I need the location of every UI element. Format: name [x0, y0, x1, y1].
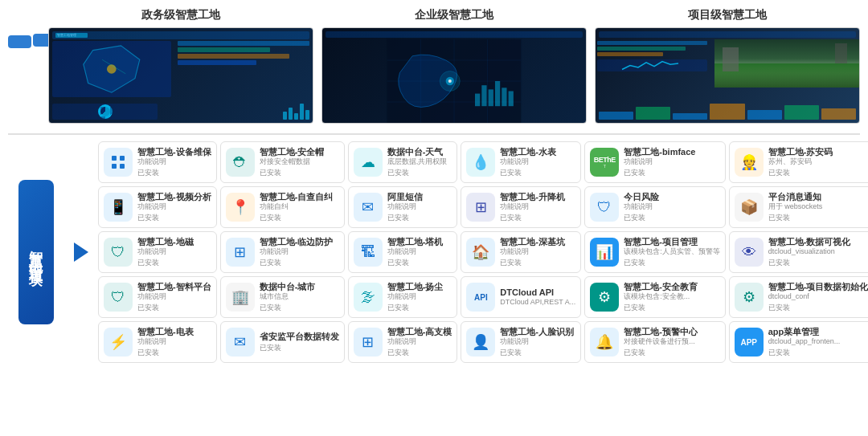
module-icon: ✉	[354, 193, 383, 222]
module-desc: 该模块包含:人员实管、预警等	[624, 247, 720, 257]
module-info: 智慧工地-项目数据初始化dtcloud_conf已安装	[768, 281, 868, 313]
module-info: 智慧工地-预警中心对接硬件设备进行预...已安装	[624, 326, 720, 358]
module-icon: 🛡	[104, 283, 133, 312]
module-status: 已安装	[624, 258, 720, 268]
project-panel-column: 项目级智慧工地	[595, 8, 860, 124]
module-column-4: BEThET智慧工地-bimface功能说明已安装🛡今日风险功能说明已安装📊智慧…	[584, 141, 726, 363]
module-icon	[104, 148, 133, 177]
module-icon: 👷	[735, 148, 764, 177]
module-card[interactable]: ⚡智慧工地-电表功能说明已安装	[98, 321, 217, 363]
module-card[interactable]: ⊞智慧工地-升降机功能说明已安装	[461, 186, 581, 228]
module-card[interactable]: 🌫智慧工地-扬尘功能说明已安装	[348, 276, 458, 318]
module-info: 智慧工地-人脸识别功能说明已安装	[500, 326, 575, 358]
module-card[interactable]: 🛡智慧工地-地磁功能说明已安装	[98, 231, 217, 273]
bottom-section: 智慧工地中台模块 智慧工地-设备维保功能说明已安装📱智慧工地-视频分析功能说明已…	[8, 141, 860, 363]
module-name: 智慧工地-安全教育	[624, 281, 720, 292]
module-info: 阿里短信功能说明已安装	[387, 191, 452, 223]
arrow-container	[74, 141, 88, 363]
module-card[interactable]: ⊞智慧工地-高支模功能说明已安装	[348, 321, 458, 363]
module-desc: 对接硬件设备进行预...	[624, 337, 720, 347]
module-status: 已安装	[260, 258, 339, 268]
module-card[interactable]: APIDTCloud APIDTCloud API,REST A...	[461, 276, 581, 318]
module-card[interactable]: 📦平台消息通知用于 websockets已安装	[729, 186, 868, 228]
module-desc: 功能说明	[137, 157, 211, 167]
module-icon: 👁	[735, 238, 764, 267]
module-card[interactable]: ☁数据中台-天气底层数据,共用权限已安装	[348, 141, 458, 183]
top-section: 应用 前端 政务级智慧工地 智慧工地管理	[8, 8, 860, 124]
frontend-label: 前端	[8, 35, 31, 48]
svg-rect-19	[112, 156, 117, 161]
module-icon: 🏢	[226, 283, 255, 312]
module-status: 已安装	[768, 348, 868, 358]
module-card[interactable]: 🏠智慧工地-深基坑功能说明已安装	[461, 231, 581, 273]
module-icon: 👤	[466, 328, 495, 357]
module-status: 已安装	[500, 258, 575, 268]
module-status: 已安装	[137, 258, 211, 268]
module-icon: 📊	[590, 238, 619, 267]
svg-rect-21	[112, 164, 117, 169]
module-status: 已安装	[260, 343, 339, 353]
module-card[interactable]: BEThET智慧工地-bimface功能说明已安装	[584, 141, 726, 183]
module-icon: ⛑	[226, 148, 255, 177]
module-status: 已安装	[768, 168, 868, 178]
project-panel-title: 项目级智慧工地	[688, 8, 767, 22]
module-info: 智慧工地-自查自纠功能自纠已安装	[260, 191, 339, 223]
module-name: 智慧工地-安全帽	[260, 146, 339, 157]
svg-rect-18	[509, 91, 514, 106]
top-panels: 政务级智慧工地 智慧工地管理	[48, 8, 860, 124]
module-card[interactable]: 🛡智慧工地-智料平台功能说明已安装	[98, 276, 217, 318]
module-icon: 🌫	[354, 283, 383, 312]
module-status: 已安装	[387, 303, 452, 313]
module-card[interactable]: ⚙智慧工地-项目数据初始化dtcloud_conf已安装	[729, 276, 868, 318]
project-dashboard	[595, 27, 860, 124]
module-icon: ⊞	[466, 193, 495, 222]
module-name: 数据中台-天气	[387, 146, 452, 157]
module-name: 省安监平台数据转发	[260, 331, 339, 342]
module-status: 已安装	[260, 213, 339, 223]
module-card[interactable]: ⛑智慧工地-安全帽对接安全帽数据已安装	[220, 141, 345, 183]
gov-dashboard: 智慧工地管理	[48, 27, 313, 124]
module-info: 智慧工地-安全帽对接安全帽数据已安装	[260, 146, 339, 178]
module-card[interactable]: 🔔智慧工地-预警中心对接硬件设备进行预...已安装	[584, 321, 726, 363]
module-name: 数据中台-城市	[260, 281, 339, 292]
module-status: 已安装	[137, 213, 211, 223]
module-info: 智慧工地-临边防护功能说明已安装	[260, 236, 339, 268]
module-icon: 💧	[466, 148, 495, 177]
module-status: 已安装	[768, 303, 868, 313]
module-card[interactable]: 📍智慧工地-自查自纠功能自纠已安装	[220, 186, 345, 228]
module-status: 已安装	[624, 213, 720, 223]
module-card[interactable]: ✉省安监平台数据转发已安装	[220, 321, 345, 363]
module-status: 已安装	[137, 348, 211, 358]
module-name: 智慧工地-深基坑	[500, 236, 575, 247]
module-name: 智慧工地-水表	[500, 146, 575, 157]
module-desc: 该模块包含:安全教...	[624, 292, 720, 302]
module-card[interactable]: 💧智慧工地-水表功能说明已安装	[461, 141, 581, 183]
module-card[interactable]: 🏢数据中台-城市城市信息已安装	[220, 276, 345, 318]
module-card[interactable]: 👤智慧工地-人脸识别功能说明已安装	[461, 321, 581, 363]
svg-rect-16	[495, 81, 500, 106]
module-card[interactable]: APPapp菜单管理dtcloud_app_fronten...已安装	[729, 321, 868, 363]
module-card[interactable]: ⚙智慧工地-安全教育该模块包含:安全教...已安装	[584, 276, 726, 318]
module-card[interactable]: 🛡今日风险功能说明已安装	[584, 186, 726, 228]
module-name: 阿里短信	[387, 191, 452, 202]
module-card[interactable]: 🏗智慧工地-塔机功能说明已安装	[348, 231, 458, 273]
module-name: 智慧工地-智料平台	[137, 281, 211, 292]
module-icon: ⚙	[735, 283, 764, 312]
module-card[interactable]: 👷智慧工地-苏安码苏州、苏安码已安装	[729, 141, 868, 183]
module-info: 智慧工地-安全教育该模块包含:安全教...已安装	[624, 281, 720, 313]
module-icon: ☁	[354, 148, 383, 177]
module-card[interactable]: 📱智慧工地-视频分析功能说明已安装	[98, 186, 217, 228]
module-card[interactable]: ⊞智慧工地-临边防护功能说明已安装	[220, 231, 345, 273]
module-card[interactable]: 👁智慧工地-数据可视化dtcloud_visualization已安装	[729, 231, 868, 273]
module-desc: 功能说明	[137, 337, 211, 347]
module-name: 智慧工地-扬尘	[387, 281, 452, 292]
module-card[interactable]: 智慧工地-设备维保功能说明已安装	[98, 141, 217, 183]
module-column-5: 👷智慧工地-苏安码苏州、苏安码已安装📦平台消息通知用于 websockets已安…	[729, 141, 868, 363]
module-icon: ⊞	[226, 238, 255, 267]
module-card[interactable]: ✉阿里短信功能说明已安装	[348, 186, 458, 228]
module-info: 智慧工地-升降机功能说明已安装	[500, 191, 575, 223]
module-card[interactable]: 📊智慧工地-项目管理该模块包含:人员实管、预警等已安装	[584, 231, 726, 273]
module-icon: ⚙	[590, 283, 619, 312]
module-info: 智慧工地-智料平台功能说明已安装	[137, 281, 211, 313]
module-desc: 功能说明	[624, 202, 720, 212]
